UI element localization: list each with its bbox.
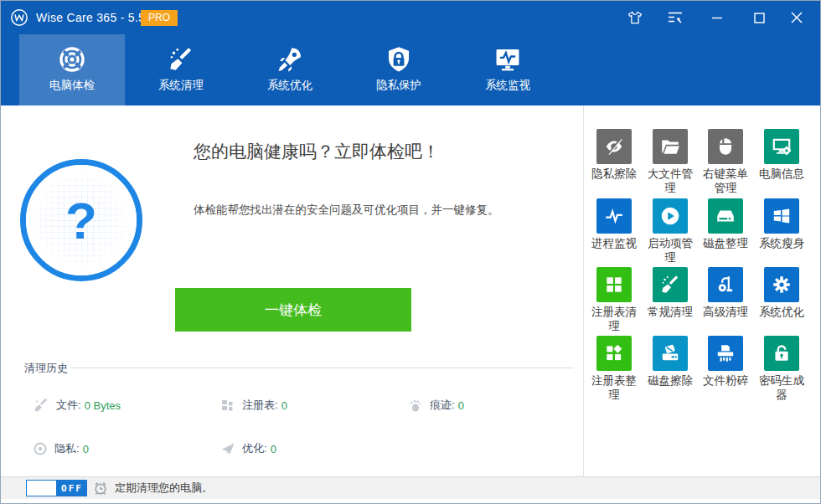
tool-label: 磁盘整理	[700, 237, 751, 251]
tool-label: 启动项管理	[645, 237, 695, 265]
tool-label: 磁盘擦除	[645, 374, 695, 388]
tab-privacy-protector[interactable]: 隐私保护	[346, 34, 452, 105]
footprint-icon	[408, 398, 423, 413]
app-logo-icon	[10, 8, 28, 27]
close-button[interactable]	[782, 1, 811, 34]
tab-pc-checkup[interactable]: 电脑体检	[19, 34, 125, 105]
eye-slash-icon	[603, 136, 625, 157]
tab-label: 系统监视	[455, 78, 560, 93]
stat-label: 优化:	[242, 441, 267, 456]
stat-value: 0	[458, 399, 464, 412]
tool-label: 系统优化	[756, 306, 807, 320]
stat-label: 注册表:	[242, 398, 278, 413]
folder-icon	[659, 136, 681, 157]
play-icon	[659, 205, 681, 227]
eye-icon	[33, 441, 48, 456]
broom-icon	[33, 397, 49, 414]
toggle-state-label: OFF	[57, 480, 87, 496]
tool-startup-manager[interactable]: 启动项管理	[645, 198, 695, 265]
pro-badge: PRO	[141, 10, 178, 26]
tool-system-tuneup[interactable]: 系统优化	[756, 267, 807, 320]
tab-label: 系统清理	[128, 78, 234, 93]
stat-value: 0	[271, 443, 276, 455]
tool-label: 常规清理	[645, 306, 695, 320]
pulse-icon	[603, 205, 625, 227]
tool-label: 大文件管理	[645, 167, 695, 196]
tab-system-monitor[interactable]: 系统监视	[455, 34, 560, 105]
alarm-clock-icon	[93, 481, 108, 496]
maximize-button[interactable]	[745, 1, 773, 34]
main-content: ? 您的电脑健康吗？立即体检吧！ 体检能帮您找出潜在的安全问题及可优化项目，并一…	[1, 105, 582, 476]
shield-lock-icon	[385, 45, 413, 74]
disk-eraser-icon	[659, 342, 681, 364]
broom-icon	[167, 45, 195, 74]
stat-value: 0	[83, 443, 89, 455]
page-description: 体检能帮您找出潜在的安全问题及可优化项目，并一键修复。	[194, 203, 499, 218]
shredder-icon	[715, 342, 736, 364]
tool-privacy-eraser[interactable]: 隐私擦除	[589, 129, 639, 182]
main-nav: 电脑体检 系统清理 系统优化	[1, 34, 820, 105]
stat-privacy: 隐私: 0	[33, 440, 89, 458]
tool-system-slimming[interactable]: 系统瘦身	[756, 198, 807, 251]
theme-skin-button[interactable]	[621, 1, 649, 34]
window-title: Wise Care 365 - 5.5.8	[36, 1, 155, 34]
tool-registry-cleaner[interactable]: 注册表清理	[589, 267, 639, 334]
tool-common-cleaner[interactable]: 常规清理	[645, 267, 695, 320]
main-menu-button[interactable]	[661, 1, 689, 34]
tool-label: 注册表清理	[589, 306, 639, 334]
tool-label: 电脑信息	[756, 167, 807, 182]
tool-pc-info[interactable]: 电脑信息	[756, 129, 807, 182]
stat-registry: 注册表: 0	[220, 396, 287, 414]
tab-label: 电脑体检	[19, 78, 125, 93]
stat-tuneup: 优化: 0	[220, 440, 276, 458]
tab-system-tuneup[interactable]: 系统优化	[237, 34, 343, 105]
tools-sidebar: 隐私擦除 大文件管理 右键菜单管理	[583, 105, 821, 476]
shirt-icon	[627, 9, 643, 26]
stat-files: 文件: 0 Bytes	[33, 396, 121, 414]
gear-icon	[771, 274, 793, 296]
history-divider	[71, 368, 574, 368]
rocket-icon	[276, 45, 304, 74]
grid-icon	[603, 274, 625, 296]
tool-disk-defrag[interactable]: 磁盘整理	[700, 198, 751, 251]
minimize-button[interactable]	[703, 1, 731, 34]
statusbar: OFF 定期清理您的电脑。	[1, 476, 820, 499]
tool-label: 隐私擦除	[589, 167, 639, 182]
tool-context-menu-manager[interactable]: 右键菜单管理	[700, 129, 751, 196]
stat-label: 痕迹:	[430, 398, 455, 413]
close-icon	[791, 12, 803, 23]
vacuum-icon	[715, 274, 736, 296]
one-click-checkup-button[interactable]: 一键体检	[175, 288, 411, 332]
tab-system-cleaner[interactable]: 系统清理	[128, 34, 234, 105]
health-status-circle: ?	[20, 159, 142, 281]
mouse-icon	[715, 136, 736, 157]
monitor-gear-icon	[771, 136, 793, 157]
padlock-icon	[771, 342, 793, 364]
tool-registry-defrag[interactable]: 注册表整理	[589, 336, 639, 403]
stat-value: 0 Bytes	[85, 399, 121, 412]
paper-plane-icon	[220, 441, 235, 456]
tool-big-file-manager[interactable]: 大文件管理	[645, 129, 695, 196]
tool-label: 注册表整理	[589, 374, 639, 403]
tool-label: 高级清理	[700, 306, 751, 320]
blocks-diamond-icon	[603, 342, 625, 364]
scheduled-clean-toggle[interactable]: OFF	[26, 480, 87, 496]
monitor-pulse-icon	[493, 45, 522, 74]
tool-password-generator[interactable]: 密码生成器	[756, 336, 807, 403]
tool-file-shredder[interactable]: 文件粉碎	[700, 336, 751, 388]
tool-disk-eraser[interactable]: 磁盘擦除	[645, 336, 695, 388]
minimize-icon	[711, 12, 723, 23]
broom-icon	[659, 274, 681, 296]
stat-label: 隐私:	[54, 441, 80, 456]
checkup-icon	[58, 45, 86, 74]
tool-process-monitor[interactable]: 进程监视	[589, 198, 639, 251]
tool-label: 进程监视	[589, 237, 639, 251]
tool-advanced-cleaner[interactable]: 高级清理	[700, 267, 751, 320]
tool-label: 右键菜单管理	[700, 167, 751, 196]
tab-label: 隐私保护	[346, 78, 452, 93]
registry-icon	[220, 398, 235, 413]
menu-icon	[667, 9, 684, 26]
tool-label: 密码生成器	[756, 374, 807, 403]
wise-care-window: Wise Care 365 - 5.5.8 PRO	[0, 0, 821, 504]
stat-traces: 痕迹: 0	[408, 396, 464, 414]
